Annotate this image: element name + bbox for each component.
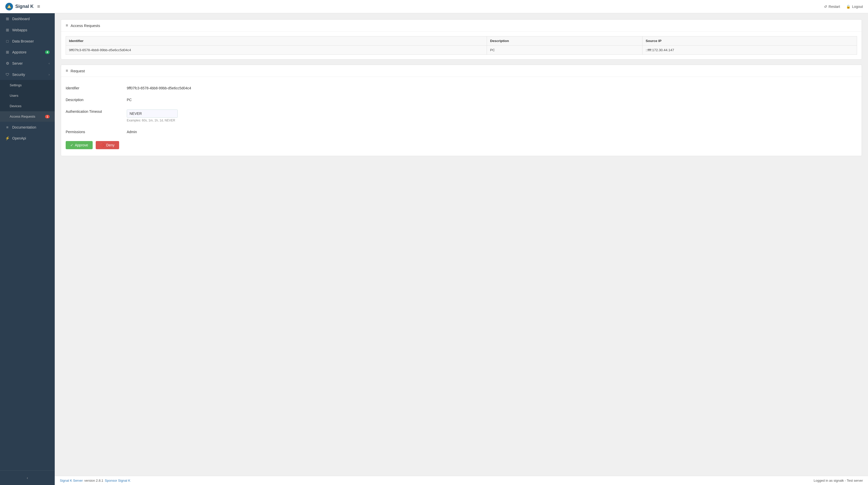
sidebar-item-data-browser[interactable]: □ Data Browser [0,36,55,47]
access-requests-card-body: Identifier Description Source IP 9ff07fc… [61,32,862,59]
sidebar-item-dashboard[interactable]: ⊞ Dashboard [0,13,55,25]
sidebar-item-label: OpenApi [12,136,50,140]
cell-source-ip: ::ffff:172.30.44.147 [643,46,857,55]
access-requests-title: Access Requests [70,23,100,28]
field-identifier: Identifier 9ff07fc3-6578-4bb8-99bb-d5e6c… [66,82,857,93]
sidebar-item-label: Users [10,94,50,97]
server-link[interactable]: Signal K Server [60,479,83,482]
field-auth-timeout: Authentication Timeout Examples: 60s, 1m… [66,105,857,125]
identifier-value: 9ff07fc3-6578-4bb8-99bb-d5e6cc5d04c4 [127,85,857,90]
sidebar-item-label: Devices [10,104,50,108]
permissions-label: Permissions [66,128,127,134]
lines-icon-2: ≡ [66,68,68,73]
sponsor-link[interactable]: Sponsor Signal K [105,479,130,482]
sidebar-item-appstore[interactable]: ⊞ Appstore 4 [0,47,55,58]
action-buttons: ✓ Approve 🚫 Deny [66,137,857,151]
dashboard-icon: ⊞ [5,17,10,21]
restart-icon: ↺ [824,5,827,9]
sidebar-item-label: Access Requests [10,115,42,118]
auth-timeout-input[interactable] [127,110,178,118]
sidebar-item-webapps[interactable]: ⊞ Webapps [0,25,55,36]
sidebar-item-devices[interactable]: Devices [0,101,55,111]
sidebar-item-label: Documentation [12,125,50,129]
description-label: Description [66,96,127,102]
sidebar-item-label: Webapps [12,28,50,32]
footer-right: Logged in as signalk - Test server [814,479,863,482]
collapse-icon: ‹ [27,476,28,480]
sidebar-collapse-button[interactable]: ‹ [0,473,55,482]
main: ≡ Access Requests Identifier Description… [55,13,868,485]
sidebar-item-openapi[interactable]: ⚡ OpenApi [0,133,55,144]
col-description: Description [487,36,643,46]
sidebar-item-label: Settings [10,83,50,87]
sidebar-item-users[interactable]: Users [0,90,55,101]
request-title: Request [70,69,85,73]
navbar-left: Signal K ≡ [5,3,40,11]
access-requests-table: Identifier Description Source IP 9ff07fc… [66,36,857,55]
sidebar-item-server[interactable]: ⚙ Server ‹ [0,58,55,69]
logged-in-text: Logged in as signalk - Test server [814,479,863,482]
openapi-icon: ⚡ [5,136,10,141]
appstore-icon: ⊞ [5,50,10,55]
security-icon: 🛡 [5,72,10,77]
webapps-icon: ⊞ [5,28,10,32]
sidebar-item-access-requests[interactable]: Access Requests 1 [0,111,55,122]
logout-icon: 🔒 [846,5,850,9]
col-source-ip: Source IP [643,36,857,46]
chevron-icon: ‹ [49,62,50,65]
access-requests-card-header: ≡ Access Requests [61,20,862,32]
cell-identifier: 9ff07fc3-6578-4bb8-99bb-d5e6cc5d04c4 [66,46,487,55]
documentation-icon: ≡ [5,125,10,129]
chevron-down-icon: › [49,73,50,77]
navbar-right: ↺ Restart 🔒 Logout [824,5,863,9]
footer: Signal K Server version 2.8.1 Sponsor Si… [55,476,868,485]
main-content: ≡ Access Requests Identifier Description… [55,13,868,476]
sidebar: ⊞ Dashboard ⊞ Webapps □ Data Browser ⊞ A… [0,13,55,485]
logout-button[interactable]: 🔒 Logout [846,5,863,9]
request-card-header: ≡ Request [61,65,862,77]
sidebar-item-label: Security [12,72,46,77]
hamburger-button[interactable]: ≡ [37,4,40,9]
access-requests-card: ≡ Access Requests Identifier Description… [61,19,862,60]
data-browser-icon: □ [5,39,10,43]
sidebar-bottom: ‹ [0,471,55,485]
field-description: Description PC [66,93,857,105]
approve-button[interactable]: ✓ Approve [66,141,93,149]
check-icon: ✓ [70,143,73,147]
sidebar-item-label: Dashboard [12,17,50,21]
request-card: ≡ Request Identifier 9ff07fc3-6578-4bb8-… [61,65,862,156]
sidebar-item-label: Server [12,61,46,65]
deny-button[interactable]: 🚫 Deny [96,141,119,149]
navbar: Signal K ≡ ↺ Restart 🔒 Logout [0,0,868,13]
security-submenu: Settings Users Devices Access Requests 1 [0,80,55,122]
navbar-brand: Signal K [15,4,34,9]
request-card-body: Identifier 9ff07fc3-6578-4bb8-99bb-d5e6c… [61,77,862,156]
field-permissions: Permissions Admin [66,125,857,137]
lines-icon: ≡ [66,23,68,28]
navbar-logo: Signal K [5,3,34,11]
description-value: PC [127,96,857,102]
identifier-label: Identifier [66,85,127,90]
auth-timeout-label: Authentication Timeout [66,108,127,114]
restart-button[interactable]: ↺ Restart [824,5,840,9]
sidebar-item-label: Data Browser [12,39,50,43]
appstore-badge: 4 [45,51,50,54]
footer-version: version 2.8.1 [84,479,103,482]
sidebar-item-documentation[interactable]: ≡ Documentation [0,122,55,133]
sidebar-item-settings[interactable]: Settings [0,80,55,90]
auth-timeout-hint: Examples: 60s, 1m, 1h, 1d, NEVER [127,119,857,122]
access-requests-badge: 1 [45,115,50,118]
footer-left: Signal K Server version 2.8.1 Sponsor Si… [60,479,130,482]
sidebar-item-label: Appstore [12,50,42,54]
sidebar-item-security[interactable]: 🛡 Security › [0,69,55,80]
table-row[interactable]: 9ff07fc3-6578-4bb8-99bb-d5e6cc5d04c4 PC … [66,46,857,55]
permissions-value: Admin [127,128,857,134]
app-body: ⊞ Dashboard ⊞ Webapps □ Data Browser ⊞ A… [0,13,868,485]
auth-timeout-field-wrap: Examples: 60s, 1m, 1h, 1d, NEVER [127,108,857,122]
ban-icon: 🚫 [100,143,104,147]
col-identifier: Identifier [66,36,487,46]
cell-description: PC [487,46,643,55]
server-icon: ⚙ [5,61,10,66]
signalk-logo-icon [5,3,13,11]
